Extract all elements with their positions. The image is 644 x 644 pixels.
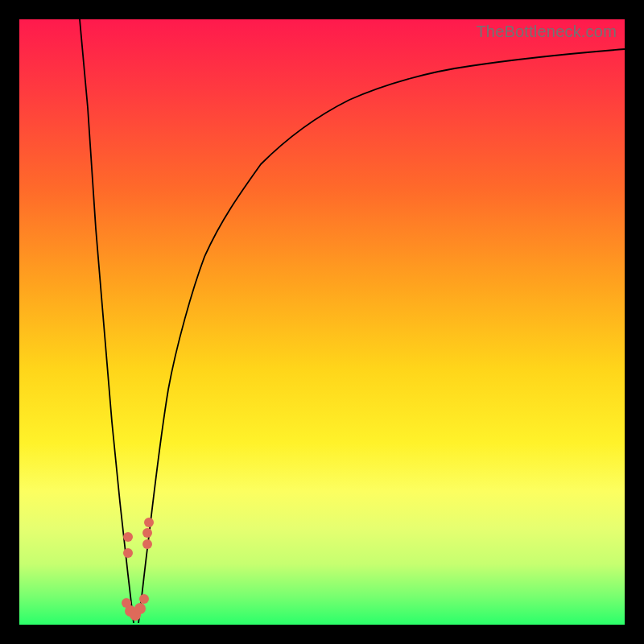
chart-frame: TheBottleneck.com — [0, 0, 644, 644]
plot-area: TheBottleneck.com — [19, 19, 625, 625]
curve-layer — [19, 19, 625, 625]
data-point — [123, 548, 133, 558]
curve-left-branch — [80, 19, 134, 623]
data-point — [134, 603, 146, 614]
watermark-text: TheBottleneck.com — [476, 23, 617, 41]
data-point — [123, 532, 133, 542]
data-point — [139, 594, 149, 604]
data-point — [142, 539, 152, 549]
curve-right-branch — [138, 49, 625, 623]
data-point — [142, 528, 152, 538]
data-point — [144, 518, 154, 527]
data-markers — [122, 518, 154, 621]
